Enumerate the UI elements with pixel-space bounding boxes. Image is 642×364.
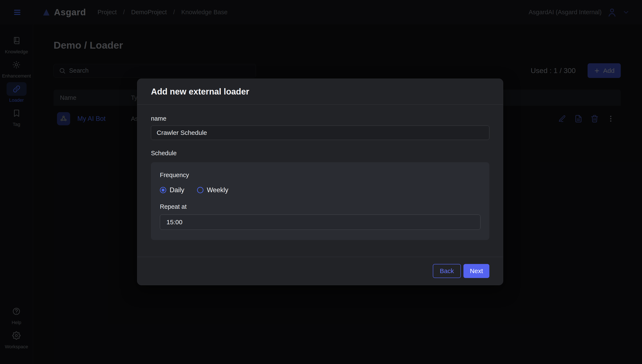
radio-option-weekly[interactable]: Weekly xyxy=(197,186,228,194)
modal-title: Add new external loader xyxy=(151,87,249,96)
frequency-label: Frequency xyxy=(160,172,480,178)
name-input[interactable] xyxy=(151,126,489,140)
radio-option-daily[interactable]: Daily xyxy=(160,186,184,194)
modal-header: Add new external loader xyxy=(137,79,503,104)
add-loader-modal: Add new external loader name Schedule Fr… xyxy=(137,78,503,285)
modal-footer: Back Next xyxy=(137,257,503,285)
frequency-radio-group: Daily Weekly xyxy=(160,186,480,194)
radio-unselected-icon xyxy=(197,187,203,193)
radio-selected-icon xyxy=(160,187,166,193)
modal-body: name Schedule Frequency Daily Weekly Rep… xyxy=(137,104,503,240)
radio-label-daily: Daily xyxy=(170,186,184,194)
schedule-card: Frequency Daily Weekly Repeat at xyxy=(151,162,489,240)
schedule-section-label: Schedule xyxy=(151,150,489,157)
back-button[interactable]: Back xyxy=(433,264,461,278)
name-field-label: name xyxy=(151,115,489,122)
app-root: Asgard Project / DemoProject / Knowledge… xyxy=(0,0,642,364)
repeat-time-input[interactable] xyxy=(160,214,480,230)
repeat-at-label: Repeat at xyxy=(160,203,480,210)
next-button[interactable]: Next xyxy=(463,264,489,278)
radio-label-weekly: Weekly xyxy=(207,186,228,194)
